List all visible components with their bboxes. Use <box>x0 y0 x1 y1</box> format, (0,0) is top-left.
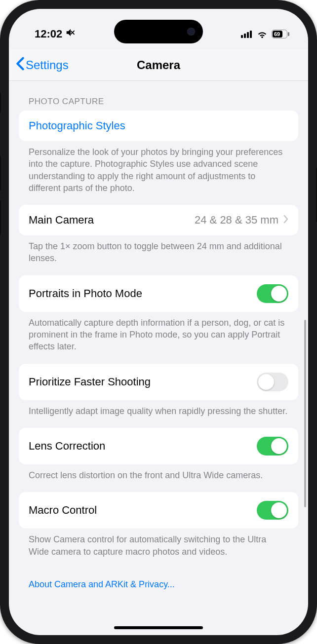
content-scroll[interactable]: PHOTO CAPTURE Photographic Styles Person… <box>9 81 308 635</box>
status-time: 12:02 <box>35 28 62 40</box>
photographic-styles-row[interactable]: Photographic Styles <box>19 111 298 141</box>
side-button-silence <box>0 93 1 113</box>
portraits-row: Portraits in Photo Mode <box>19 275 298 312</box>
macro-control-label: Macro Control <box>29 504 97 517</box>
side-button-volume-up <box>0 156 1 190</box>
prioritize-footer: Intelligently adapt image quality when r… <box>19 400 298 428</box>
home-indicator[interactable] <box>114 626 203 629</box>
front-camera <box>187 28 195 36</box>
dynamic-island <box>114 20 203 43</box>
lens-correction-footer: Correct lens distortion on the front and… <box>19 464 298 492</box>
lens-correction-row: Lens Correction <box>19 428 298 464</box>
prioritize-row: Prioritize Faster Shooting <box>19 364 298 400</box>
prioritize-label: Prioritize Faster Shooting <box>29 376 151 388</box>
chevron-right-icon <box>283 214 288 227</box>
main-camera-row[interactable]: Main Camera 24 & 28 & 35 mm <box>19 205 298 235</box>
chevron-left-icon <box>16 57 25 74</box>
wifi-icon <box>257 30 268 38</box>
scroll-indicator <box>304 320 306 507</box>
cellular-icon <box>241 30 253 38</box>
macro-control-toggle[interactable] <box>257 501 288 520</box>
screen: 12:02 69 <box>9 9 308 635</box>
macro-control-footer: Show Camera control for automatically sw… <box>19 529 298 568</box>
back-label: Settings <box>26 58 69 72</box>
portraits-footer: Automatically capture depth information … <box>19 312 298 364</box>
photographic-styles-label: Photographic Styles <box>29 119 125 132</box>
back-button[interactable]: Settings <box>16 57 69 74</box>
portraits-toggle[interactable] <box>257 284 288 303</box>
side-button-volume-down <box>0 200 1 235</box>
page-title: Camera <box>137 58 180 72</box>
main-camera-value: 24 & 28 & 35 mm <box>195 214 278 227</box>
lens-correction-label: Lens Correction <box>29 440 105 453</box>
battery-icon: 69 <box>272 30 289 38</box>
svg-rect-3 <box>250 31 252 38</box>
svg-rect-2 <box>247 32 249 38</box>
svg-rect-0 <box>241 35 243 38</box>
lens-correction-toggle[interactable] <box>257 437 288 455</box>
svg-rect-6 <box>288 32 289 36</box>
svg-rect-1 <box>244 34 246 38</box>
macro-control-row: Macro Control <box>19 492 298 529</box>
section-header: PHOTO CAPTURE <box>19 90 298 111</box>
photographic-styles-footer: Personalize the look of your photos by b… <box>19 141 298 205</box>
silent-icon <box>65 27 76 41</box>
portraits-label: Portraits in Photo Mode <box>29 287 142 300</box>
main-camera-label: Main Camera <box>29 214 94 227</box>
phone-frame: 12:02 69 <box>0 0 317 644</box>
nav-bar: Settings Camera <box>9 49 308 81</box>
svg-text:69: 69 <box>274 31 280 37</box>
main-camera-footer: Tap the 1× zoom button to toggle between… <box>19 235 298 275</box>
about-camera-link[interactable]: About Camera and ARKit & Privacy... <box>19 568 298 601</box>
prioritize-toggle[interactable] <box>257 373 288 391</box>
